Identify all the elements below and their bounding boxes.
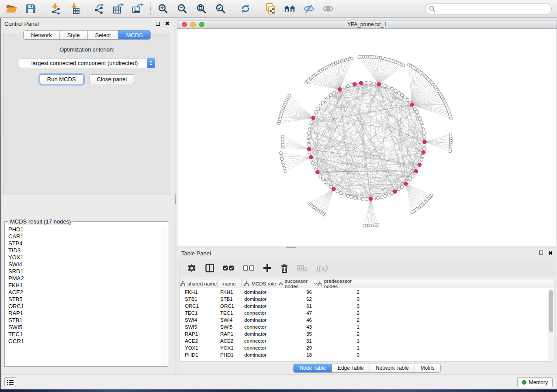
columns-icon[interactable] xyxy=(205,261,214,275)
float-panel-icon[interactable] xyxy=(156,22,160,26)
cell-mcds-role: connector xyxy=(242,310,279,316)
mcds-result-scrollbar[interactable] xyxy=(162,226,167,366)
tab-select[interactable]: Select xyxy=(87,31,118,39)
network-graph[interactable] xyxy=(177,29,557,246)
hide-eye-icon[interactable] xyxy=(303,3,315,15)
mcds-result-item[interactable]: SWI4 xyxy=(5,261,167,268)
task-history-button[interactable] xyxy=(4,377,16,387)
mcds-result-item[interactable]: RAP1 xyxy=(5,310,167,317)
column-header-successor-nodes[interactable]: successor nodes xyxy=(279,279,318,288)
splitter-grip[interactable] xyxy=(286,247,296,248)
table-row[interactable]: ORC1ORC1dominator610 xyxy=(180,303,548,309)
table-row[interactable]: ACE2ACE2connector311 xyxy=(180,337,548,344)
close-panel-icon[interactable]: ✖ xyxy=(165,21,170,26)
function-icon[interactable]: f(x) xyxy=(316,261,328,275)
mcds-result-item[interactable]: STB5 xyxy=(5,296,167,303)
mcds-result-item[interactable]: PHD1 xyxy=(5,226,167,233)
cell-name: FKH1 xyxy=(218,289,242,295)
mcds-result-item[interactable]: STB1 xyxy=(5,317,167,324)
cell-mcds-role: dominator xyxy=(242,303,279,309)
search-input[interactable] xyxy=(425,3,552,14)
table-row[interactable]: SWI5SWI5connector431 xyxy=(180,323,548,330)
mcds-result-item[interactable]: FKH1 xyxy=(5,282,167,289)
float-panel-icon[interactable] xyxy=(539,251,543,254)
tab-mcds[interactable]: MCDS xyxy=(118,31,150,39)
table-row[interactable]: FKH1FKH1dominator962 xyxy=(180,289,548,296)
gear-icon[interactable] xyxy=(187,261,197,275)
select-all-checkboxes-icon[interactable] xyxy=(223,261,234,275)
table-scrollbar[interactable] xyxy=(548,289,554,361)
table-scrollbar-thumb[interactable] xyxy=(549,290,553,332)
tab-node-table[interactable]: Node Table xyxy=(294,364,332,372)
mcds-result-item[interactable]: ACE2 xyxy=(5,289,167,296)
cell-name: RAP1 xyxy=(218,331,242,337)
table-row[interactable]: SWI4SWI4dominator462 xyxy=(180,316,548,323)
mcds-result-item[interactable]: TID3 xyxy=(5,247,167,254)
mcds-result-item[interactable]: PMA2 xyxy=(5,275,167,282)
run-mcds-button[interactable]: Run MCDS xyxy=(40,74,83,84)
mcds-result-item[interactable]: TEC1 xyxy=(5,331,167,338)
mcds-result-item[interactable]: GCR1 xyxy=(5,338,167,345)
splitter-grip[interactable] xyxy=(175,194,176,204)
memory-label: Memory xyxy=(529,379,548,385)
mcds-result-item[interactable]: STP4 xyxy=(5,240,167,247)
network-canvas[interactable] xyxy=(177,29,557,246)
zoom-fit-icon[interactable] xyxy=(195,3,208,15)
show-eye-icon[interactable] xyxy=(322,3,334,15)
close-window-icon[interactable] xyxy=(182,22,187,27)
maximize-window-icon[interactable] xyxy=(199,22,204,27)
import-table-icon[interactable] xyxy=(69,3,81,15)
column-header-name[interactable]: name xyxy=(218,279,242,288)
column-header-MCDS-role[interactable]: MCDS role xyxy=(242,279,279,288)
tab-motifs[interactable]: Motifs xyxy=(415,364,440,372)
tab-network[interactable]: Network xyxy=(24,31,59,39)
control-panel-tabs: NetworkStyleSelectMCDS xyxy=(23,30,151,40)
column-header-predecessor-nodes[interactable]: predecessor nodes xyxy=(318,279,362,288)
mcds-result-item[interactable]: CAR1 xyxy=(5,233,167,240)
export-network-icon[interactable] xyxy=(93,3,106,15)
mcds-result-item[interactable]: YOX1 xyxy=(5,254,167,261)
column-header-shared-name[interactable]: shared name xyxy=(180,279,218,288)
open-file-icon[interactable] xyxy=(5,3,17,15)
close-panel-button[interactable]: Close panel xyxy=(90,74,135,84)
minimize-window-icon[interactable] xyxy=(190,22,196,27)
network-window-titlebar[interactable]: YPA_prune.txt_1 xyxy=(177,21,557,29)
memory-button[interactable]: Memory xyxy=(517,377,553,387)
table-row[interactable]: YOX1YOX1connector291 xyxy=(180,344,548,351)
houses-icon[interactable] xyxy=(284,3,296,15)
deselect-checkboxes-icon[interactable] xyxy=(243,261,254,275)
tab-style[interactable]: Style xyxy=(59,31,87,39)
table-row[interactable]: PHD1PHD1dominator180 xyxy=(180,351,548,358)
table-row[interactable]: RAP1RAP1dominator352 xyxy=(180,330,548,337)
zoom-out-icon[interactable] xyxy=(176,3,188,15)
optimization-select[interactable]: largest connected component (undirected) xyxy=(19,58,155,68)
cell-predecessor-nodes: 1 xyxy=(318,338,362,344)
add-icon[interactable] xyxy=(263,261,272,275)
export-image-icon[interactable] xyxy=(132,3,144,15)
zoom-in-icon[interactable] xyxy=(157,3,169,15)
import-network-icon[interactable] xyxy=(49,3,62,15)
close-panel-icon[interactable]: ✖ xyxy=(548,251,553,256)
cell-shared-name: SWI4 xyxy=(180,317,218,323)
tab-network-table[interactable]: Network Table xyxy=(370,364,415,372)
cell-successor-nodes: 18 xyxy=(279,352,318,358)
mcds-result-item[interactable]: SWI5 xyxy=(5,324,167,331)
optimization-select-value: largest connected component (undirected) xyxy=(19,60,147,66)
save-icon[interactable] xyxy=(24,3,37,15)
table-row[interactable]: TEC1TEC1connector472 xyxy=(180,309,548,316)
mcds-result-list[interactable]: PHD1CAR1STP4TID3YOX1SWI4SRD1PMA2FKH1ACE2… xyxy=(5,226,167,366)
delete-icon[interactable] xyxy=(280,261,288,275)
node-table: shared namenameMCDS rolesuccessor nodesp… xyxy=(180,279,554,361)
copy-network-icon[interactable] xyxy=(264,3,277,15)
delete-table-icon[interactable] xyxy=(297,261,308,275)
mcds-result-item[interactable]: SRD1 xyxy=(5,268,167,275)
refresh-icon[interactable] xyxy=(239,3,252,15)
cell-successor-nodes: 29 xyxy=(279,345,318,351)
mcds-result-group: MCDS result (17 nodes) PHD1CAR1STP4TID3Y… xyxy=(4,221,168,367)
vertical-splitter[interactable] xyxy=(174,18,177,375)
mcds-result-item[interactable]: ORC1 xyxy=(5,303,167,310)
table-row[interactable]: STB1STB1dominator620 xyxy=(180,296,548,303)
export-table-icon[interactable] xyxy=(113,3,125,15)
tab-edge-table[interactable]: Edge Table xyxy=(332,364,370,372)
zoom-selected-icon[interactable] xyxy=(214,3,227,15)
